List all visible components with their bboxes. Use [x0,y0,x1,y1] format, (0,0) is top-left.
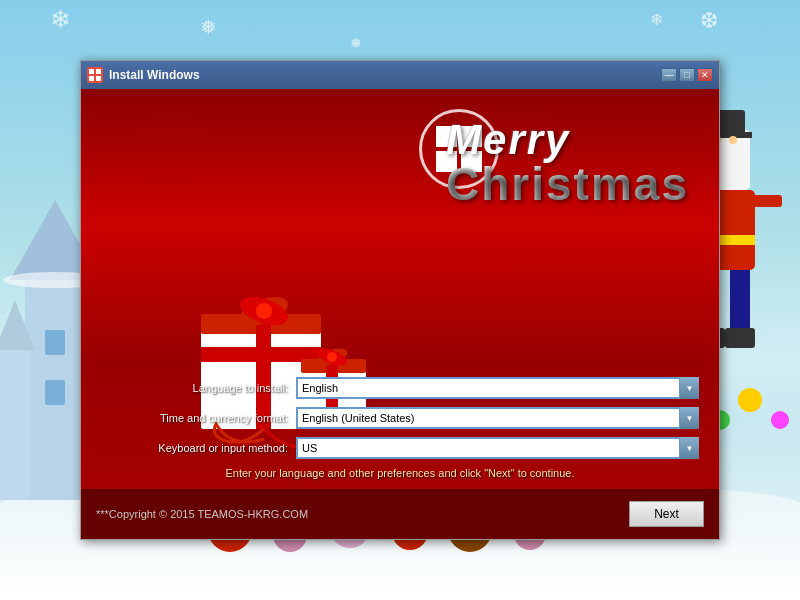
svg-point-24 [771,411,789,429]
desktop-background: ❄ ❅ ❆ ❄ ❅ [0,0,800,600]
window-icon [87,67,103,83]
svg-rect-43 [201,347,321,362]
maximize-button[interactable]: □ [679,68,695,82]
keyboard-row: Keyboard or input method: US UK French ▼ [101,437,699,459]
language-select-wrapper: English French German Spanish ▼ [296,377,699,399]
window-controls: — □ ✕ [661,68,713,82]
install-form: Language to install: English French Germ… [81,377,719,479]
snowflake-5: ❅ [350,35,362,51]
window-title: Install Windows [109,68,661,82]
svg-rect-32 [89,69,94,74]
time-currency-select[interactable]: English (United States) French (France) [296,407,699,429]
svg-rect-41 [201,314,321,334]
svg-rect-48 [301,359,366,373]
time-currency-label: Time and currency format: [101,412,296,424]
svg-rect-17 [752,195,782,207]
close-button[interactable]: ✕ [697,68,713,82]
window-titlebar: Install Windows — □ ✕ [81,61,719,89]
install-window: Install Windows — □ ✕ [80,60,720,540]
svg-point-51 [315,345,350,369]
svg-rect-34 [89,76,94,81]
svg-rect-2 [45,330,65,355]
svg-rect-33 [96,69,101,74]
svg-rect-35 [96,76,101,81]
window-content: Merry Christmas [81,89,719,539]
info-text: Enter your language and other preference… [101,467,699,479]
keyboard-select-wrapper: US UK French ▼ [296,437,699,459]
svg-point-44 [236,291,291,331]
svg-point-52 [315,345,350,369]
snowflake-4: ❄ [650,10,663,29]
snowflake-3: ❆ [700,8,718,34]
bottom-bar: ***Copyright © 2015 TEAMOS-HKRG.COM Next [81,489,719,539]
language-row: Language to install: English French Germ… [101,377,699,399]
snowflake-2: ❅ [200,15,217,39]
language-label: Language to install: [101,382,296,394]
svg-rect-4 [0,350,30,500]
language-select[interactable]: English French German Spanish [296,377,699,399]
svg-rect-3 [45,380,65,405]
keyboard-select[interactable]: US UK French [296,437,699,459]
time-currency-select-wrapper: English (United States) French (France) … [296,407,699,429]
svg-point-45 [236,291,291,331]
svg-rect-13 [730,270,750,330]
merry-text: Merry [446,119,689,161]
svg-point-53 [327,352,337,362]
svg-point-20 [729,136,737,144]
christmas-text: Christmas [446,161,689,207]
minimize-button[interactable]: — [661,68,677,82]
keyboard-label: Keyboard or input method: [101,442,296,454]
time-currency-row: Time and currency format: English (Unite… [101,407,699,429]
merry-christmas-text: Merry Christmas [446,119,689,207]
bokeh-1 [131,109,211,189]
svg-rect-15 [725,328,755,348]
svg-point-46 [256,303,272,319]
next-button[interactable]: Next [629,501,704,527]
copyright-text: ***Copyright © 2015 TEAMOS-HKRG.COM [96,508,629,520]
snowflake-1: ❄ [50,5,71,34]
svg-point-23 [738,388,762,412]
